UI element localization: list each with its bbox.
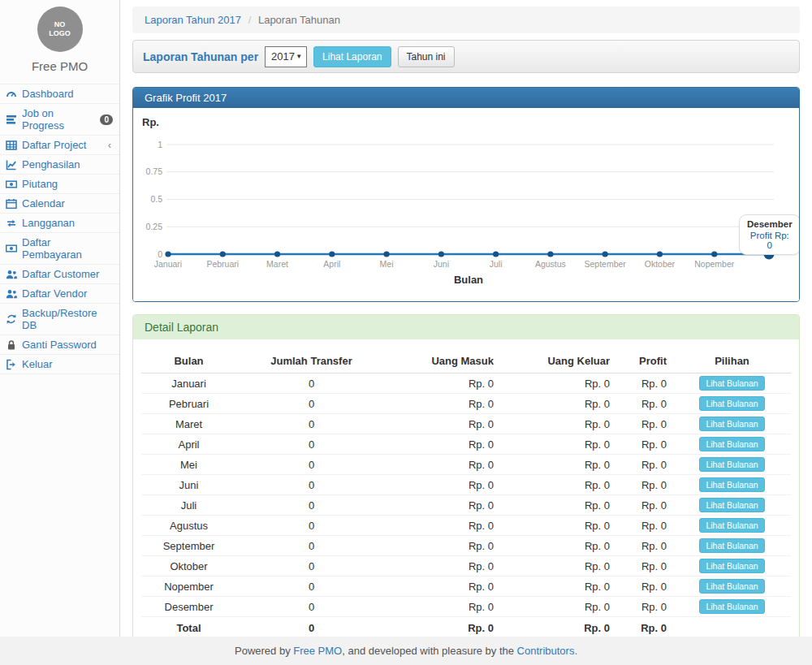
chart-point-mei[interactable] bbox=[383, 251, 389, 257]
lihat-bulanan-button[interactable]: Lihat Bulanan bbox=[699, 376, 764, 391]
chart-point-april[interactable] bbox=[329, 251, 335, 257]
cell-bulan: Juli bbox=[141, 495, 236, 516]
cell-bulan: Oktober bbox=[141, 556, 236, 576]
sidebar-item-daftar-customer[interactable]: Daftar Customer bbox=[0, 265, 119, 284]
chart-point-juni[interactable] bbox=[438, 251, 444, 257]
x-tick-label: Agustus bbox=[522, 259, 579, 269]
breadcrumb-separator: / bbox=[248, 14, 252, 26]
free-pmo-link[interactable]: Free PMO bbox=[293, 645, 342, 657]
lihat-bulanan-button[interactable]: Lihat Bulanan bbox=[699, 538, 764, 553]
y-tick-label: 1 bbox=[133, 140, 162, 149]
table-row-mei: Mei0Rp. 0Rp. 0Rp. 0Lihat Bulanan bbox=[141, 455, 791, 475]
lihat-bulanan-button[interactable]: Lihat Bulanan bbox=[699, 518, 764, 533]
sidebar-item-penghasilan[interactable]: Penghasilan bbox=[0, 155, 119, 175]
lihat-bulanan-button[interactable]: Lihat Bulanan bbox=[699, 579, 764, 594]
lihat-laporan-button[interactable]: Lihat Laporan bbox=[313, 46, 391, 67]
cell-uang_keluar: Rp. 0 bbox=[500, 374, 616, 394]
table-row-maret: Maret0Rp. 0Rp. 0Rp. 0Lihat Bulanan bbox=[141, 414, 791, 434]
y-tick-label: 0.5 bbox=[133, 194, 162, 204]
cell-uang_masuk: Rp. 0 bbox=[387, 455, 500, 475]
lihat-bulanan-button[interactable]: Lihat Bulanan bbox=[699, 437, 764, 451]
cell-uang_masuk: Rp. 0 bbox=[387, 597, 500, 617]
calendar-icon bbox=[6, 198, 17, 209]
column-header-uang-masuk: Uang Masuk bbox=[387, 349, 500, 374]
sidebar-item-dashboard[interactable]: Dashboard bbox=[0, 84, 119, 104]
cell-uang_masuk: Rp. 0 bbox=[387, 516, 500, 536]
chart-point-oktober[interactable] bbox=[657, 251, 663, 257]
money-icon bbox=[6, 179, 17, 190]
sidebar-menu: DashboardJob on Progress0Daftar Project‹… bbox=[0, 84, 119, 374]
footer-text: Powered by bbox=[235, 645, 293, 657]
tasks-icon bbox=[6, 114, 17, 125]
contributors-link[interactable]: Contributors. bbox=[517, 645, 577, 657]
tooltip-month: Desember bbox=[747, 219, 793, 229]
chart-panel-title: Grafik Profit 2017 bbox=[133, 88, 799, 108]
lihat-bulanan-button[interactable]: Lihat Bulanan bbox=[699, 417, 764, 431]
chart-point-maret[interactable] bbox=[274, 251, 280, 257]
column-header-uang-keluar: Uang Keluar bbox=[500, 349, 616, 374]
total-cell-bulan: Total bbox=[141, 617, 236, 637]
sidebar-item-daftar-project[interactable]: Daftar Project‹ bbox=[0, 136, 119, 155]
lihat-bulanan-button[interactable]: Lihat Bulanan bbox=[699, 599, 764, 614]
sidebar-item-label: Penghasilan bbox=[22, 158, 80, 171]
sidebar-item-backup-restore-db[interactable]: Backup/Restore DB bbox=[0, 304, 119, 335]
lihat-bulanan-button[interactable]: Lihat Bulanan bbox=[699, 396, 764, 411]
cell-jumlah_transfer: 0 bbox=[236, 374, 387, 394]
lihat-bulanan-button[interactable]: Lihat Bulanan bbox=[699, 559, 764, 573]
cell-uang_masuk: Rp. 0 bbox=[387, 536, 500, 556]
cell-uang_masuk: Rp. 0 bbox=[387, 495, 500, 516]
sidebar-item-label: Calendar bbox=[22, 197, 65, 209]
column-header-pilihan: Pilihan bbox=[673, 349, 791, 374]
cell-uang_keluar: Rp. 0 bbox=[500, 516, 616, 536]
main-content: Laporan Tahun 2017 / Laporan Tahunan Lap… bbox=[132, 0, 800, 654]
cell-profit: Rp. 0 bbox=[616, 556, 673, 576]
cell-profit: Rp. 0 bbox=[616, 495, 673, 516]
cell-uang_keluar: Rp. 0 bbox=[500, 597, 616, 617]
chart-point-januari[interactable] bbox=[165, 251, 171, 257]
year-select[interactable]: 2017 ▼ bbox=[265, 46, 307, 67]
lihat-bulanan-button[interactable]: Lihat Bulanan bbox=[699, 498, 764, 512]
money-icon bbox=[6, 243, 17, 254]
cell-bulan: April bbox=[141, 434, 236, 455]
filter-label: Laporan Tahunan per bbox=[143, 50, 258, 63]
sidebar-item-label: Piutang bbox=[22, 178, 58, 190]
chart-point-september[interactable] bbox=[603, 251, 608, 257]
sidebar-item-piutang[interactable]: Piutang bbox=[0, 175, 119, 194]
table-row-nopember: Nopember0Rp. 0Rp. 0Rp. 0Lihat Bulanan bbox=[141, 576, 791, 597]
logo-area: NO LOGO Free PMO bbox=[0, 0, 119, 73]
sidebar-item-job-on-progress[interactable]: Job on Progress0 bbox=[0, 104, 119, 136]
retweet-icon bbox=[6, 218, 17, 229]
column-header-profit: Profit bbox=[616, 349, 673, 374]
sidebar-item-label: Dashboard bbox=[22, 88, 74, 100]
chart-point-pebruari[interactable] bbox=[220, 251, 226, 257]
sidebar-item-daftar-vendor[interactable]: Daftar Vendor bbox=[0, 284, 119, 304]
cell-uang_masuk: Rp. 0 bbox=[387, 414, 500, 434]
no-logo-image: NO LOGO bbox=[37, 6, 83, 52]
sidebar-item-calendar[interactable]: Calendar bbox=[0, 194, 119, 214]
brand-name: Free PMO bbox=[0, 59, 119, 73]
chart-point-agustus[interactable] bbox=[547, 251, 553, 257]
lihat-bulanan-button[interactable]: Lihat Bulanan bbox=[699, 477, 764, 492]
sidebar-item-label: Daftar Customer bbox=[22, 268, 99, 280]
breadcrumb-link-laporan-tahun[interactable]: Laporan Tahun 2017 bbox=[145, 14, 241, 26]
sidebar-item-daftar-pembayaran[interactable]: Daftar Pembayaran bbox=[0, 233, 119, 265]
tooltip-value: Profit Rp: 0 bbox=[747, 231, 793, 250]
detail-panel-body: BulanJumlah TransferUang MasukUang Kelua… bbox=[133, 339, 799, 653]
chevron-left-icon: ‹ bbox=[108, 140, 113, 150]
sidebar-item-ganti-password[interactable]: Ganti Password bbox=[0, 335, 119, 355]
year-select-value: 2017 bbox=[271, 50, 295, 63]
sidebar-item-keluar[interactable]: Keluar bbox=[0, 355, 119, 374]
dashboard-icon bbox=[6, 89, 17, 100]
chart-point-juli[interactable] bbox=[493, 251, 499, 257]
cell-profit: Rp. 0 bbox=[616, 597, 673, 617]
report-filter-bar: Laporan Tahunan per 2017 ▼ Lihat Laporan… bbox=[132, 40, 800, 73]
lihat-bulanan-button[interactable]: Lihat Bulanan bbox=[699, 457, 764, 472]
cell-bulan: September bbox=[141, 536, 236, 556]
chart-point-nopember[interactable] bbox=[711, 251, 717, 257]
sidebar-item-label: Backup/Restore DB bbox=[22, 307, 113, 331]
cell-profit: Rp. 0 bbox=[616, 475, 673, 495]
column-header-bulan: Bulan bbox=[141, 349, 236, 374]
cell-uang_keluar: Rp. 0 bbox=[500, 536, 616, 556]
sidebar-item-langganan[interactable]: Langganan bbox=[0, 214, 119, 233]
tahun-ini-button[interactable]: Tahun ini bbox=[398, 46, 455, 67]
